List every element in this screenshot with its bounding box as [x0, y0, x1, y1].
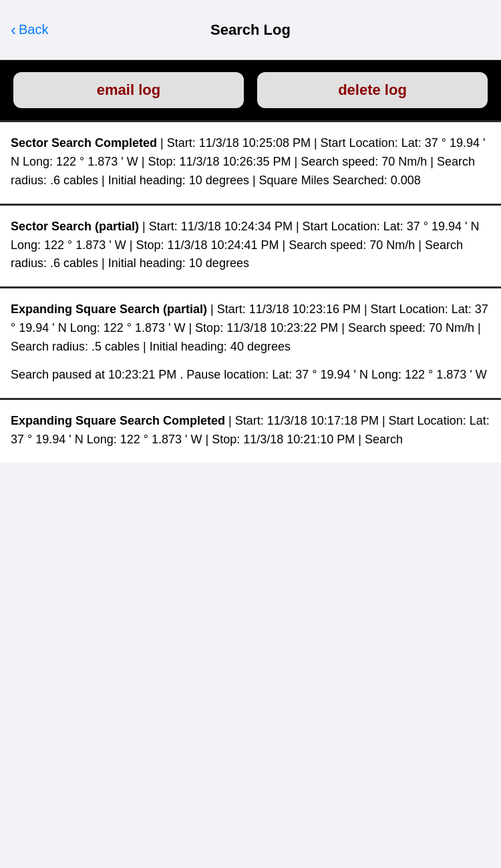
chevron-left-icon: ‹ [11, 21, 16, 39]
log-entry-1-text: Sector Search Completed | Start: 11/3/18… [11, 134, 490, 190]
delete-log-button[interactable]: delete log [257, 72, 488, 108]
toolbar: email log delete log [0, 60, 501, 120]
log-entry-4-title: Expanding Square Search Completed [11, 414, 225, 427]
log-entry-4-text: Expanding Square Search Completed | Star… [11, 412, 490, 449]
log-entry-3-pause-note: Search paused at 10:23:21 PM . Pause loc… [11, 366, 490, 385]
log-entry-3: Expanding Square Search (partial) | Star… [0, 288, 501, 398]
log-entry-2-text: Sector Search (partial) | Start: 11/3/18… [11, 218, 490, 274]
log-entry-1: Sector Search Completed | Start: 11/3/18… [0, 122, 501, 204]
log-entry-2: Sector Search (partial) | Start: 11/3/18… [0, 206, 501, 287]
email-log-button[interactable]: email log [13, 72, 244, 108]
log-entries-container: Sector Search Completed | Start: 11/3/18… [0, 120, 501, 463]
log-entry-3-text: Expanding Square Search (partial) | Star… [11, 300, 490, 357]
log-entry-1-title: Sector Search Completed [11, 136, 157, 150]
log-entry-2-title: Sector Search (partial) [11, 220, 139, 233]
back-label: Back [19, 22, 48, 37]
log-entry-4: Expanding Square Search Completed | Star… [0, 400, 501, 463]
back-button[interactable]: ‹ Back [11, 21, 48, 39]
log-entry-3-title: Expanding Square Search (partial) [11, 302, 207, 316]
navigation-bar: ‹ Back Search Log [0, 0, 501, 60]
page-title: Search Log [210, 21, 291, 39]
